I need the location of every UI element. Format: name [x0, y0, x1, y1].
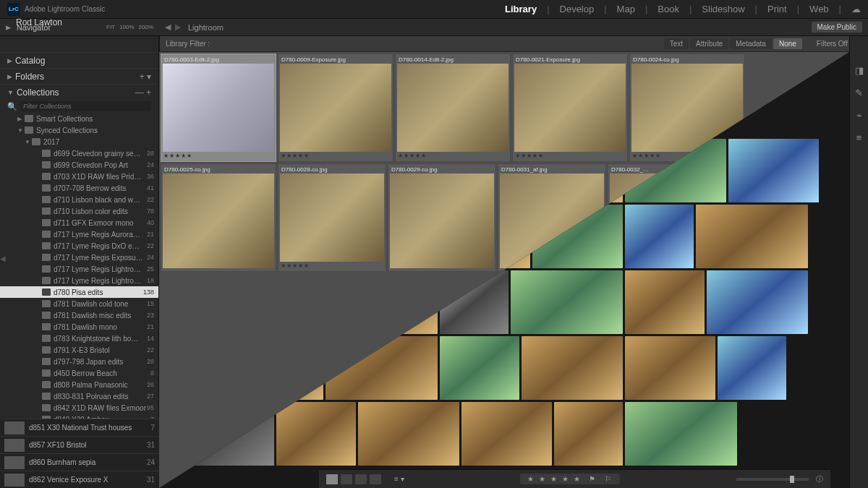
histogram-icon[interactable]: ◨ — [855, 65, 864, 76]
breadcrumb[interactable]: Lightroom — [188, 23, 224, 32]
collection-item[interactable]: d717 Lyme Regis Aurora…21 — [0, 228, 158, 240]
grid-cell[interactable]: D780-0021-Exposure.jpg★★★★★ — [512, 53, 628, 162]
collection-item[interactable]: d710 Lisbon color edits78 — [0, 205, 158, 217]
make-public-button[interactable]: Make Public — [812, 22, 862, 33]
search-icon: 🔍 — [7, 102, 17, 111]
collection-item[interactable]: d780 Pisa edits138 — [0, 286, 158, 298]
right-panel-collapsed[interactable]: ◨ ✎ ⌁ ≡ — [849, 36, 868, 488]
collection-item[interactable]: d699 Clevedon grainy se…28 — [0, 147, 158, 159]
crop-icon[interactable]: ✎ — [855, 87, 863, 98]
navigator-toggle-icon[interactable]: ▶ — [6, 24, 11, 31]
folders-panel-header[interactable]: ▶Folders+ ▾ — [0, 68, 158, 84]
survey-view-icon[interactable] — [370, 474, 381, 484]
app-title: Adobe Lightroom Classic — [25, 5, 105, 13]
secondary-bar: ▶ Navigator FIT 100% 200% ◀ ▶ Lightroom … — [0, 19, 868, 36]
module-book[interactable]: Book — [658, 4, 679, 14]
tree-synced-collections[interactable]: ▼Synced Collections — [0, 124, 158, 136]
collection-item[interactable]: d717 Lyme Regis Lightro…25 — [0, 263, 158, 275]
grid-cell[interactable]: D780-0028-co.jpg★★★★★ — [278, 163, 386, 272]
app-logo: LrC — [7, 3, 20, 16]
tree-smart-collections[interactable]: ▶Smart Collections — [0, 113, 158, 124]
module-web[interactable]: Web — [809, 4, 829, 14]
module-slideshow[interactable]: Slideshow — [702, 4, 744, 14]
collection-item[interactable]: d703 X1D RAW files Prid…36 — [0, 171, 158, 182]
left-panel: ▶Catalog ▶Folders+ ▾ ▼Collections— + 🔍 ▶… — [0, 36, 159, 488]
module-develop[interactable]: Develop — [560, 4, 595, 14]
module-print[interactable]: Print — [767, 4, 787, 14]
sort-menu[interactable]: ≡ ▾ — [394, 475, 404, 483]
collection-item[interactable]: d808 Palma Panasonic26 — [0, 379, 158, 390]
grid-view[interactable]: D780-0003-Edit-2.jpg★★★★★D780-0009-Expos… — [159, 52, 849, 488]
collection-item[interactable]: d717 Lyme Regis DxO e…22 — [0, 240, 158, 252]
grid-cell[interactable]: D780-0014-Edit-2.jpg★★★★★ — [395, 53, 511, 162]
title-bar: LrC Adobe Lightroom Classic Library| Dev… — [0, 0, 868, 19]
keywords-icon[interactable]: ⌁ — [856, 110, 862, 121]
grid-cell[interactable]: D780-0029-co.jpg — [388, 163, 496, 272]
info-icon[interactable]: ⓘ — [816, 474, 823, 484]
module-map[interactable]: Map — [617, 4, 635, 14]
thumbnail-size-slider[interactable] — [736, 478, 809, 481]
add-folder-icon[interactable]: + ▾ — [140, 72, 151, 82]
filmstrip-collection-row[interactable]: d851 X30 National Trust houses7 — [0, 419, 159, 436]
collection-item[interactable]: d830-831 Polruan edits27 — [0, 390, 158, 402]
grid-cell[interactable]: D780-0025-co.jpg — [161, 163, 276, 272]
flag-pick-icon[interactable]: ⚑ — [589, 475, 597, 483]
collection-item[interactable]: d711 GFX Exmoor mono40 — [0, 217, 158, 228]
filmstrip-collection-row[interactable]: d857 XF10 Bristol31 — [0, 436, 159, 453]
collapse-left-panel-icon[interactable]: ◀ — [0, 244, 7, 273]
collection-item[interactable]: d781 Dawlish cold tone15 — [0, 298, 158, 309]
collection-item[interactable]: d717 Lyme Regis Exposu…24 — [0, 252, 158, 263]
compare-view-icon[interactable] — [355, 474, 367, 484]
collection-item[interactable]: d791 X-E3 Bristol22 — [0, 344, 158, 356]
loupe-view-icon[interactable] — [341, 474, 352, 484]
collections-panel-header[interactable]: ▼Collections— + — [0, 84, 158, 100]
collection-item[interactable]: d450 Berrow Beach8 — [0, 367, 158, 379]
zoom-controls[interactable]: FIT 100% 200% — [106, 24, 153, 30]
filmstrip-collections: d851 X30 National Trust houses7d857 XF10… — [0, 419, 159, 488]
grid-toolbar: ≡ ▾ ★ ★ ★ ★ ★ ⚑ ⚐ ⓘ — [319, 469, 830, 488]
flag-reject-icon[interactable]: ⚐ — [605, 475, 613, 483]
metadata-icon[interactable]: ≡ — [856, 132, 862, 143]
collection-item[interactable]: d717 Lyme Regis Lightro…18 — [0, 275, 158, 286]
forward-icon[interactable]: ▶ — [175, 22, 181, 32]
view-mode-buttons[interactable] — [326, 474, 381, 484]
cloud-sync-icon[interactable]: ☁ — [851, 4, 861, 14]
filmstrip-collection-row[interactable]: d860 Burnham sepia24 — [0, 453, 159, 471]
catalog-panel-header[interactable]: ▶Catalog — [0, 52, 158, 68]
rating-bar[interactable]: ★ ★ ★ ★ ★ ⚑ ⚐ — [520, 474, 620, 484]
collection-item[interactable]: d710 Lisbon black and w…22 — [0, 194, 158, 205]
grid-view-icon[interactable] — [326, 474, 338, 484]
filmstrip-collection-row[interactable]: d862 Venice Exposure X31 — [0, 471, 159, 488]
back-icon[interactable]: ◀ — [165, 22, 171, 32]
collection-item[interactable]: d699 Clevedon Pop Art24 — [0, 159, 158, 171]
collection-item[interactable]: d783 Knightstone lith bo…14 — [0, 333, 158, 344]
module-picker: Library| Develop| Map| Book| Slideshow| … — [505, 4, 861, 14]
add-collection-icon[interactable]: — + — [135, 87, 151, 98]
identity-plate: Rod Lawton — [16, 17, 62, 27]
tree-year[interactable]: ▼2017 — [0, 136, 158, 147]
collection-item[interactable]: d842 X1D RAW files Exmoor95 — [0, 402, 158, 414]
grid-cell[interactable]: D780-0003-Edit-2.jpg★★★★★ — [161, 53, 276, 162]
collection-item[interactable]: d797-798 Japan edits28 — [0, 356, 158, 367]
collections-search-input[interactable] — [20, 101, 151, 111]
collection-item[interactable]: d707-708 Berrow edits41 — [0, 182, 158, 194]
grid-cell[interactable]: D780-0009-Exposure.jpg★★★★★ — [278, 53, 393, 162]
collection-item[interactable]: d781 Dawlish misc edits23 — [0, 309, 158, 321]
collection-item[interactable]: d781 Dawlish mono21 — [0, 321, 158, 333]
module-library[interactable]: Library — [505, 4, 537, 14]
